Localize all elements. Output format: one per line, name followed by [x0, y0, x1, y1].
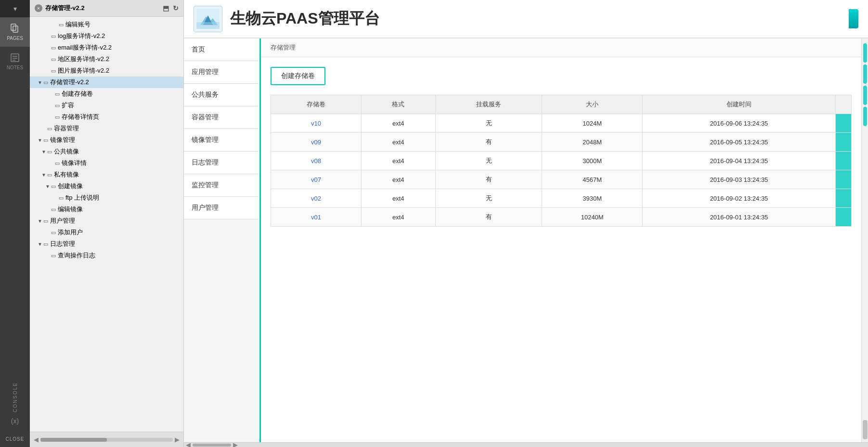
- pages-label: PAGES: [7, 36, 23, 41]
- table-header: 挂载服务: [435, 95, 542, 114]
- table-cell-mount: 有: [435, 208, 542, 227]
- volume-link[interactable]: v01: [311, 214, 321, 221]
- scroll-thumb: [40, 438, 107, 442]
- tree-file-icon: ▭: [51, 33, 56, 39]
- app-title: 生物云PAAS管理平台: [230, 8, 380, 29]
- tree-item[interactable]: ▭ 查询操作日志: [30, 250, 183, 261]
- volume-link[interactable]: v10: [311, 120, 321, 127]
- create-volume-button[interactable]: 创建存储卷: [271, 67, 325, 85]
- table-cell-created: 2016-09-05 13:24:35: [643, 133, 836, 152]
- table-cell-indicator: [836, 208, 852, 227]
- nav-tab-6[interactable]: 监控管理: [184, 174, 259, 197]
- tree-item[interactable]: ▼ ▭ 创建镜像: [30, 180, 183, 192]
- nav-tab-1[interactable]: 应用管理: [184, 61, 259, 84]
- table-row: v09ext4有2048M2016-09-05 13:24:35: [271, 133, 852, 152]
- tree-item[interactable]: ▼ ▭ 公共镜像: [30, 146, 183, 157]
- tree-item[interactable]: ▭ 存储卷详情页: [30, 111, 183, 123]
- scroll-left-btn[interactable]: ◀: [186, 441, 191, 447]
- tree-item[interactable]: ▭ 编辑镜像: [30, 204, 183, 215]
- tree-file-icon: ▭: [55, 160, 60, 166]
- tree-file-icon: ▭: [47, 149, 52, 155]
- right-scroll: [861, 38, 868, 442]
- tree-item[interactable]: ▭ log服务详情-v2.2: [30, 30, 183, 42]
- nav-tab-2[interactable]: 公共服务: [184, 84, 259, 106]
- sidebar-item-notes[interactable]: NOTES: [0, 47, 30, 76]
- table-cell-size: 1024M: [542, 114, 643, 133]
- tree-arrow: ▼: [41, 172, 46, 178]
- tree-arrow: ▼: [38, 138, 42, 143]
- tree-item[interactable]: ▭ 容器管理: [30, 123, 183, 134]
- volume-link[interactable]: v02: [311, 195, 321, 202]
- tree-arrow: ▼: [41, 149, 46, 154]
- table-row: v08ext4无3000M2016-09-04 13:24:35: [271, 152, 852, 170]
- tree-item[interactable]: ▭ 镜像详情: [30, 157, 183, 169]
- sidebar-item-console[interactable]: CONSOLE (x): [0, 76, 30, 431]
- console-label: CONSOLE: [13, 382, 18, 412]
- nav-tab-0[interactable]: 首页: [184, 38, 259, 61]
- tree-item[interactable]: ▼ ▭ 日志管理: [30, 238, 183, 250]
- panel-refresh-icon[interactable]: ↻: [173, 4, 179, 12]
- panel-title: 存储管理-v2.2: [45, 4, 85, 13]
- tree-item[interactable]: ▭ 添加用户: [30, 227, 183, 238]
- tree-item[interactable]: ▭ 创建存储卷: [30, 88, 183, 100]
- bottom-scrollbar[interactable]: ◀ ▶: [184, 442, 868, 447]
- table-cell-name: v01: [271, 208, 362, 227]
- tree-file-icon: ▭: [55, 114, 60, 120]
- sidebar-item-pages[interactable]: PAGES: [0, 17, 30, 47]
- notes-icon: [10, 52, 20, 63]
- sidebar-dropdown[interactable]: ▾: [0, 0, 30, 17]
- nav-tab-3[interactable]: 容器管理: [184, 106, 259, 129]
- panel-export-icon[interactable]: ⬒: [163, 4, 169, 12]
- volume-link[interactable]: v07: [311, 176, 321, 183]
- scroll-left-icon[interactable]: ◀: [34, 436, 39, 443]
- app-logo: [194, 6, 222, 32]
- panel-close-button[interactable]: ×: [35, 4, 42, 12]
- console-icon: (x): [11, 417, 19, 425]
- tree-label: 创建镜像: [58, 182, 83, 191]
- tree-file-icon: ▭: [43, 79, 48, 86]
- main-area: 生物云PAAS管理平台 首页应用管理公共服务容器管理镜像管理日志管理监控管理用户…: [184, 0, 868, 447]
- tree-item[interactable]: ▼ ▭ 用户管理: [30, 215, 183, 227]
- table-cell-name: v02: [271, 189, 362, 208]
- volume-link[interactable]: v09: [311, 139, 321, 146]
- volume-link[interactable]: v08: [311, 157, 321, 165]
- scroll-right-btn[interactable]: ▶: [233, 441, 238, 447]
- tree-item[interactable]: ▭ 图片服务详情-v2.2: [30, 65, 183, 77]
- tree-file-icon: ▭: [51, 183, 56, 190]
- tree-arrow: ▼: [38, 80, 42, 85]
- tree-item[interactable]: ▭ email服务详情-v2.2: [30, 42, 183, 53]
- tree-file-icon: ▭: [51, 68, 56, 74]
- tree-item[interactable]: ▼ ▭ 私有镜像: [30, 169, 183, 180]
- tree-label: email服务详情-v2.2: [58, 43, 112, 52]
- tree-item[interactable]: ▭ 扩容: [30, 100, 183, 111]
- scroll-track[interactable]: [40, 438, 173, 442]
- tree-item[interactable]: ▭ 编辑账号: [30, 19, 183, 30]
- table-cell-mount: 有: [435, 133, 542, 152]
- tree-item[interactable]: ▼ ▭ 存储管理-v2.2: [30, 77, 183, 88]
- app-header-right: [849, 9, 858, 28]
- tree-arrow: ▼: [38, 242, 42, 247]
- table-header-extra: [836, 95, 852, 114]
- tree-label: 编辑镜像: [58, 205, 83, 214]
- tree-file-icon: ▭: [51, 45, 56, 51]
- table-cell-size: 3000M: [542, 152, 643, 170]
- nav-tab-4[interactable]: 镜像管理: [184, 129, 259, 152]
- nav-tab-5[interactable]: 日志管理: [184, 152, 259, 174]
- table-cell-format: ext4: [361, 114, 435, 133]
- table-cell-format: ext4: [361, 189, 435, 208]
- nav-tab-7[interactable]: 用户管理: [184, 197, 259, 219]
- table-cell-mount: 无: [435, 114, 542, 133]
- table-cell-created: 2016-09-06 13:24:35: [643, 114, 836, 133]
- tree-item[interactable]: ▼ ▭ 镜像管理: [30, 134, 183, 146]
- tree-label: log服务详情-v2.2: [58, 32, 105, 40]
- tree-item[interactable]: ▭ ftp 上传说明: [30, 192, 183, 204]
- tree-label: 地区服务详情-v2.2: [58, 55, 109, 64]
- content-body: 首页应用管理公共服务容器管理镜像管理日志管理监控管理用户管理 存储管理 创建存储…: [184, 38, 868, 442]
- close-button[interactable]: CLOSE: [0, 431, 30, 447]
- table-row: v07ext4有4567M2016-09-03 13:24:35: [271, 170, 852, 189]
- table-cell-indicator: [836, 114, 852, 133]
- tree-item[interactable]: ▭ 地区服务详情-v2.2: [30, 53, 183, 65]
- right-scroll-thumb[interactable]: [863, 420, 868, 439]
- scroll-right-icon[interactable]: ▶: [175, 436, 180, 443]
- right-scroll-bar3: [863, 86, 867, 105]
